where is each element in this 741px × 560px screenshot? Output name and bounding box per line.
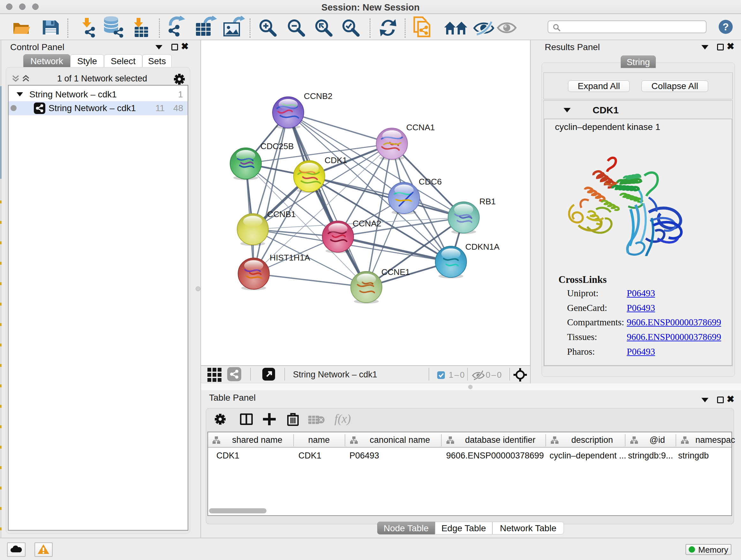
svg-text:RB1: RB1: [479, 197, 496, 206]
svg-text:CCNB2: CCNB2: [304, 91, 333, 101]
svg-text:CDKN1A: CDKN1A: [465, 242, 500, 252]
svg-text:HIST1H1A: HIST1H1A: [270, 253, 310, 262]
svg-text:CDK1: CDK1: [325, 155, 347, 165]
svg-text:CDC6: CDC6: [419, 177, 442, 186]
svg-text:CCNB1: CCNB1: [267, 209, 296, 219]
svg-text:CDC25B: CDC25B: [260, 141, 294, 151]
svg-text:CCNA1: CCNA1: [406, 123, 435, 132]
svg-text:CCNE1: CCNE1: [381, 267, 410, 277]
svg-text:CCNA2: CCNA2: [353, 219, 381, 228]
